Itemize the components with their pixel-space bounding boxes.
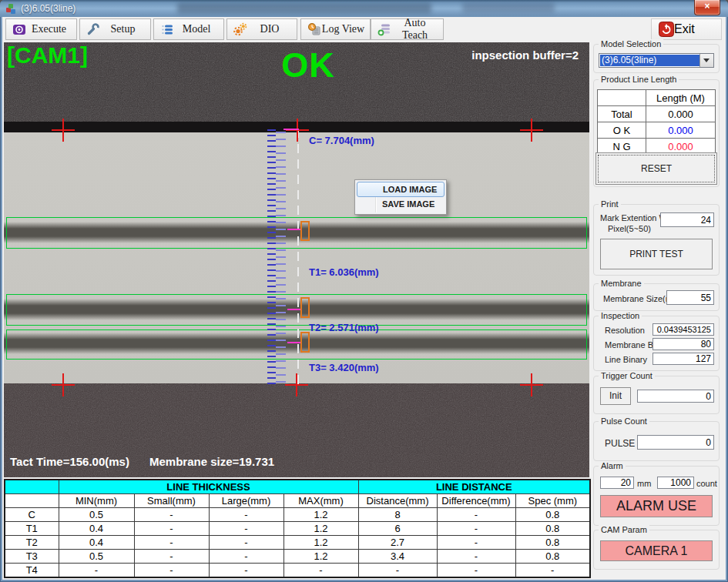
dio-button[interactable]: DIO bbox=[226, 18, 297, 40]
membrane-title: Membrane bbox=[599, 279, 644, 288]
trigger-count-title: Trigger Count bbox=[599, 371, 655, 380]
membrane-group: Membrane Membrane Size(mm) bbox=[593, 283, 720, 311]
wrench-icon bbox=[86, 22, 100, 36]
alarm-count-input[interactable] bbox=[657, 477, 694, 489]
context-menu: LOAD IMAGE SAVE IMAGE bbox=[354, 179, 447, 215]
title-bar: (3)6.05(3line) × bbox=[0, 0, 728, 17]
membrane-size-input[interactable] bbox=[666, 290, 714, 305]
ok-length-value: 0.000 bbox=[646, 122, 716, 139]
measure-tick bbox=[283, 129, 299, 130]
window-title: (3)6.05(3line) bbox=[21, 3, 75, 14]
combo-dropdown-arrow-icon[interactable] bbox=[699, 54, 713, 67]
product-line-length-title: Product Line Length bbox=[599, 75, 679, 84]
membrane-size: Membrane size=19.731 bbox=[149, 455, 274, 468]
table-row: T2 0.4--1.22.7-0.8 bbox=[5, 536, 590, 550]
edge-cross-marker bbox=[52, 373, 75, 396]
length-col-header: Length (M) bbox=[646, 90, 716, 106]
resolution-label: Resolution bbox=[605, 326, 645, 335]
alarm-title: Alarm bbox=[599, 461, 626, 470]
execute-button[interactable]: Execute bbox=[5, 18, 77, 40]
edge-cross-marker bbox=[52, 119, 75, 142]
exit-label: Exit bbox=[674, 22, 695, 36]
alarm-mm-input[interactable] bbox=[600, 477, 634, 489]
model-selection-value: (3)6.05(3line) bbox=[600, 55, 699, 66]
model-selection-title: Model Selection bbox=[599, 39, 663, 48]
model-label: Model bbox=[174, 23, 223, 35]
edge-cross-marker bbox=[285, 373, 308, 396]
inspection-buffer-label: inpsection buffer=2 bbox=[471, 48, 579, 62]
table-row: T1 0.4--1.26-0.8 bbox=[5, 522, 590, 536]
log-clock-icon bbox=[307, 22, 321, 36]
measure-tick bbox=[287, 342, 301, 343]
list-icon bbox=[160, 22, 174, 36]
line-binary-label: Line Binary bbox=[605, 355, 647, 364]
measurement-t3: T3= 3.420(mm) bbox=[309, 362, 379, 373]
model-selection-group: Model Selection (3)6.05(3line) bbox=[593, 44, 720, 73]
exit-button[interactable]: Exit bbox=[651, 18, 722, 40]
pulse-count-input[interactable] bbox=[637, 435, 714, 450]
setup-button[interactable]: Setup bbox=[79, 18, 151, 40]
scan-dashed-line bbox=[297, 129, 299, 386]
line-marker-rect bbox=[300, 297, 310, 318]
trigger-count-group: Trigger Count Init bbox=[593, 376, 720, 414]
auto-teach-icon bbox=[377, 22, 391, 36]
trigger-count-input[interactable] bbox=[637, 390, 714, 403]
membrane-binary-input[interactable] bbox=[653, 338, 714, 350]
line-marker-rect bbox=[300, 332, 310, 353]
alarm-use-button[interactable]: ALARM USE bbox=[600, 495, 713, 517]
table-group-header-row: LINE THICKNESS LINE DISTANCE bbox=[5, 480, 590, 494]
app-icon bbox=[5, 3, 17, 15]
menu-item-load-image[interactable]: LOAD IMAGE bbox=[357, 182, 445, 197]
mm-unit-label: mm bbox=[637, 479, 651, 488]
reset-button[interactable]: RESET bbox=[595, 152, 717, 185]
execute-label: Execute bbox=[26, 23, 76, 35]
results-table: LINE THICKNESS LINE DISTANCE MIN(mm) Sma… bbox=[4, 479, 591, 578]
table-row: T4 ------- bbox=[5, 564, 590, 578]
tact-time: Tact Time=156.00(ms) bbox=[10, 455, 129, 468]
table-column-header-row: MIN(mm) Small(mm) Large(mm) MAX(mm) Dist… bbox=[5, 494, 590, 508]
count-unit-label: count bbox=[696, 479, 717, 488]
power-icon bbox=[659, 22, 674, 37]
edge-cross-marker bbox=[286, 119, 309, 142]
measure-tick bbox=[287, 309, 301, 310]
camera-viewport[interactable]: [CAM1] OK inpsection buffer=2 C= 7.704(m… bbox=[4, 42, 589, 477]
log-view-label: Log View bbox=[321, 23, 370, 35]
init-button[interactable]: Init bbox=[600, 387, 631, 405]
line-thickness-header: LINE THICKNESS bbox=[59, 480, 358, 494]
mark-extension-width-input[interactable] bbox=[660, 212, 714, 227]
detection-box-1 bbox=[6, 217, 587, 249]
app-window: (3)6.05(3line) × Execute Setup Model bbox=[0, 0, 728, 582]
print-group: Print Mark Extention Width: Pixel(5~50) … bbox=[593, 204, 720, 276]
background-window-blur bbox=[177, 3, 431, 13]
close-button[interactable]: × bbox=[694, 0, 720, 15]
print-test-button[interactable]: PRINT TEST bbox=[600, 239, 713, 269]
background-window-blur bbox=[462, 3, 555, 12]
auto-teach-button[interactable]: Auto Teach bbox=[371, 18, 444, 40]
log-view-button[interactable]: Log View bbox=[300, 18, 371, 40]
measure-tick bbox=[287, 229, 301, 230]
model-button[interactable]: Model bbox=[153, 18, 224, 40]
inspection-group: Inspection Resolution Membrane Binary Li… bbox=[593, 316, 720, 371]
resolution-input[interactable] bbox=[653, 323, 714, 336]
status-line: Tact Time=156.00(ms)Membrane size=19.731 bbox=[10, 455, 294, 468]
gears-icon bbox=[233, 22, 247, 36]
cam-param-title: CAM Param bbox=[599, 525, 649, 534]
inspection-title: Inspection bbox=[599, 311, 642, 320]
total-length-value: 0.000 bbox=[646, 106, 716, 122]
table-row: T3 0.5--1.23.4-0.8 bbox=[5, 550, 590, 564]
pulse-label: PULSE bbox=[605, 438, 635, 449]
dio-label: DIO bbox=[247, 23, 297, 35]
model-selection-combobox[interactable]: (3)6.05(3line) bbox=[599, 53, 714, 68]
measurement-c: C= 7.704(mm) bbox=[309, 135, 374, 146]
detection-box-3 bbox=[6, 329, 587, 360]
measurement-t1: T1= 6.036(mm) bbox=[309, 266, 379, 278]
pulse-count-group: Pulse Count PULSE bbox=[593, 421, 720, 461]
auto-teach-label: Auto Teach bbox=[391, 17, 443, 42]
line-binary-input[interactable] bbox=[653, 353, 714, 365]
setup-label: Setup bbox=[100, 23, 150, 35]
product-line-length-group: Product Line Length Length (M) Total0.00… bbox=[593, 79, 720, 187]
table-row: C 0.5--1.28-0.8 bbox=[5, 508, 590, 522]
menu-item-save-image[interactable]: SAVE IMAGE bbox=[357, 197, 445, 212]
camera1-button[interactable]: CAMERA 1 bbox=[600, 540, 713, 561]
pixel-range-label: Pixel(5~50) bbox=[608, 224, 651, 233]
